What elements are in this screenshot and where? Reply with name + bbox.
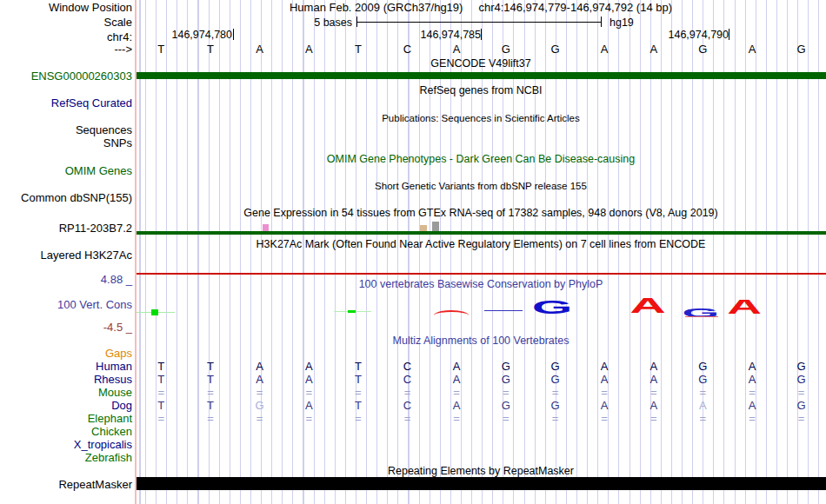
svg-text:A: A [727,300,762,315]
genome-browser-image: Human Feb. 2009 (GRCh37/hg19)chr4:146,97… [0,0,826,504]
common-dbsnp-label[interactable]: Common dbSNP(155) [0,192,132,203]
variant-mark [432,222,439,231]
alignment-base: G [776,361,826,372]
reference-base: G [776,43,826,55]
alignment-base: C [383,361,432,372]
repeatmasker-bar[interactable] [137,477,826,490]
sequences-label[interactable]: Sequences [0,124,132,136]
alignment-base: C [383,400,432,411]
omim-genes-label[interactable]: OMIM Genes [0,165,132,176]
alignment-base: T [334,361,383,372]
alignment-base: T [137,361,186,372]
alignment-base: A [728,361,777,372]
reference-base: A [284,43,334,55]
reference-base: G [530,43,580,55]
strand-arrow: ---> [0,43,132,55]
species-label-rhesus[interactable]: Rhesus [0,374,132,385]
species-label-x_tropicalis[interactable]: X_tropicalis [0,439,132,450]
alignment-base: = [678,413,728,424]
assembly-tag: hg19 [610,17,634,29]
coordinate-label: 146,974,785 [385,29,481,41]
reference-base: G [482,43,531,55]
reference-base: A [728,43,777,55]
alignment-base: = [186,387,236,398]
coordinate-label: 146,974,780 [137,29,232,41]
reference-base: A [580,43,629,55]
window-position-title: Human Feb. 2009 (GRCh37/hg19)chr4:146,97… [137,1,825,14]
alignment-base: T [137,374,186,385]
alignment-base: A [580,374,629,385]
alignment-base: A [629,400,678,411]
alignment-base: = [482,413,531,424]
alignment-base: A [728,400,777,411]
alignment-base: = [284,387,334,398]
species-label-chicken[interactable]: Chicken [0,426,132,437]
cons-track-label[interactable]: 100 Vert. Cons [0,299,132,310]
repeatmasker-track-title: Repeating Elements by RepeatMasker [137,466,825,477]
logo-letter-A: A [725,300,763,315]
alignment-base: A [284,400,334,411]
alignment-base: G [678,374,728,385]
alignment-base: = [580,387,629,398]
reference-base: C [383,43,432,55]
gaps-label[interactable]: Gaps [0,348,132,359]
species-label-zebrafish[interactable]: Zebrafish [0,452,132,463]
species-label-dog[interactable]: Dog [0,400,132,411]
assembly-title: Human Feb. 2009 (GRCh37/hg19) [290,1,463,14]
reference-base: A [235,43,284,55]
alignment-base: A [432,400,482,411]
alignment-row-elephant: ============== [137,413,826,424]
alignment-base: A [432,374,482,385]
gtex-gene-label[interactable]: RP11-203B7.2 [0,222,132,234]
alignment-base: C [383,374,432,385]
alignment-base: A [678,400,728,411]
dbsnp-track-title: Short Genetic Variants from dbSNP releas… [137,181,825,192]
logo-hline [685,316,718,317]
layered-h3k27ac-label[interactable]: Layered H3K27Ac [0,249,132,261]
alignment-base: A [629,361,678,372]
alignment-base: A [432,361,482,372]
alignment-base: = [235,413,284,424]
species-label-elephant[interactable]: Elephant [0,413,132,424]
coordinate-label: 146,974,790 [633,29,729,41]
snps-label[interactable]: SNPs [0,137,132,149]
species-label-mouse[interactable]: Mouse [0,387,132,398]
alignment-base: = [137,387,186,398]
svg-text:A: A [629,298,666,314]
alignment-base: = [235,387,284,398]
reference-base: G [678,43,728,55]
refseq-curated-label[interactable]: RefSeq Curated [0,97,132,109]
scale-ruler [356,17,602,27]
alignment-base: T [334,374,383,385]
gencode-track-title: GENCODE V49lift37 [137,58,825,70]
alignment-base: A [728,374,777,385]
cons-scale-min: -4.5 _ [0,322,132,333]
species-label-human[interactable]: Human [0,361,132,372]
alignment-base: T [186,400,236,411]
logo-letter-G: G [531,301,573,315]
alignment-base: = [530,387,580,398]
alignment-base: G [530,361,580,372]
alignment-base: = [776,413,826,424]
svg-text:G: G [532,301,573,315]
alignment-base: = [482,387,531,398]
coordinate-tick [233,29,234,40]
repeatmasker-label[interactable]: RepeatMasker [0,479,132,490]
alignment-base: T [334,400,383,411]
coordinate-tick [481,29,482,40]
refseq-track-title: RefSeq genes from NCBI [137,85,825,96]
alignment-base: A [629,374,678,385]
logo-hline [484,310,523,311]
logo-arc [434,310,469,315]
alignment-base: A [284,374,334,385]
alignment-base: G [482,374,531,385]
gencode-gene-bar[interactable] [137,72,826,79]
alignment-base: = [728,413,777,424]
gtex-gene-bar[interactable] [137,231,826,235]
logo-rect [348,310,356,313]
alignment-row-rhesus: TTAATCAGGAAGAG [137,374,826,385]
reference-base: A [432,43,482,55]
gencode-gene-label[interactable]: ENSG00000260303 [0,70,132,82]
alignment-base: = [629,387,678,398]
variant-mark [263,224,269,231]
